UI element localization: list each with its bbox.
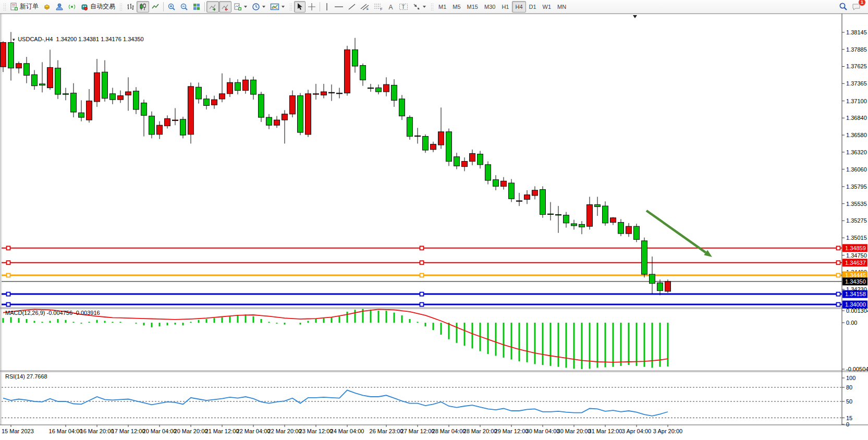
line-handle[interactable] (837, 273, 840, 277)
tab-timeframe-m30[interactable]: M30 (481, 1, 498, 13)
line-handle[interactable] (420, 292, 424, 296)
person-icon (55, 3, 64, 11)
candle (79, 113, 84, 117)
candle (540, 190, 546, 215)
tile-windows-button[interactable] (190, 1, 203, 13)
new-order-button[interactable]: 新订单 (8, 1, 41, 13)
line-handle[interactable] (7, 292, 10, 296)
candle (376, 88, 382, 92)
rsi-tick-label: 100 (846, 375, 855, 381)
horizontal-line-tool-button[interactable] (332, 1, 346, 13)
line-handle[interactable] (837, 292, 840, 296)
line-chart-mode-button[interactable] (149, 1, 162, 13)
rsi-line (3, 390, 668, 416)
tab-timeframe-mn[interactable]: MN (554, 1, 569, 13)
candle (204, 99, 210, 106)
toolbar-grip[interactable] (119, 3, 122, 11)
auto-trading-button[interactable]: 自动交易 (78, 1, 117, 13)
tab-timeframe-m1[interactable]: M1 (435, 1, 449, 13)
candle (657, 283, 663, 291)
tab-timeframe-d1[interactable]: D1 (526, 1, 540, 13)
arrows-tool-button[interactable] (410, 1, 429, 13)
candle (392, 85, 397, 100)
trendline-tool-button[interactable] (346, 1, 358, 13)
ohlc-bars-icon (126, 3, 135, 11)
toolbar-grip[interactable] (3, 3, 6, 11)
toolbar-grip[interactable] (431, 3, 433, 11)
bar-chart-mode-button[interactable] (124, 1, 137, 13)
tab-timeframe-w1[interactable]: W1 (540, 1, 555, 13)
time-axis[interactable]: 15 Mar 202316 Mar 04:0016 Mar 20:0017 Ma… (2, 425, 682, 434)
down-arrow-annotation[interactable] (646, 211, 712, 257)
macd-signal-line (3, 309, 668, 362)
svg-text:A: A (389, 3, 393, 10)
candlestick-mode-button[interactable] (137, 1, 149, 13)
periodicity-button[interactable] (250, 1, 268, 13)
chart-menu-arrow-icon[interactable]: ▼ (11, 38, 16, 42)
label-tool-button[interactable]: T (397, 1, 410, 13)
candle (16, 64, 22, 68)
chart-shift-button[interactable] (219, 1, 231, 13)
line-chart-icon (151, 3, 160, 11)
auto-scroll-button[interactable] (206, 1, 219, 13)
time-tick-label: 20 Mar 04:00 (143, 428, 177, 434)
line-handle[interactable] (420, 273, 424, 277)
text-tool-button[interactable]: A (385, 1, 397, 13)
search-button[interactable] (837, 1, 850, 13)
chart-window[interactable]: 1.381451.378851.376251.373651.371001.368… (0, 14, 868, 440)
crosshair-tool-button[interactable] (305, 1, 318, 13)
templates-button[interactable] (268, 1, 287, 13)
vertical-line-icon (324, 3, 330, 11)
main-toolbar: 新订单 自动交易 (0, 0, 868, 14)
price-axis[interactable]: 1.381451.378851.376251.373651.371001.368… (842, 14, 867, 425)
tab-timeframe-h4[interactable]: H4 (512, 1, 525, 13)
chart-shift-marker[interactable] (633, 15, 637, 18)
notifications-button[interactable]: 1 (850, 1, 863, 13)
metaeditor-button[interactable] (41, 1, 53, 13)
fibonacci-tool-button[interactable]: F (372, 1, 385, 13)
tab-timeframe-m15[interactable]: M15 (464, 1, 481, 13)
line-handle[interactable] (7, 246, 10, 250)
candle (642, 241, 647, 274)
time-tick-label: 22 Mar 20:00 (268, 428, 302, 434)
community-button[interactable] (53, 1, 66, 13)
signals-button[interactable] (66, 1, 78, 13)
tab-timeframe-h1[interactable]: H1 (498, 1, 512, 13)
candle (24, 64, 30, 76)
rsi-tick-label: 15 (846, 415, 852, 421)
candle (321, 92, 327, 95)
candle (431, 144, 436, 150)
line-handle[interactable] (837, 261, 840, 264)
zoom-in-button[interactable] (165, 1, 178, 13)
new-order-label: 新订单 (20, 2, 39, 11)
cursor-tool-button[interactable] (294, 1, 305, 13)
candle (165, 119, 170, 126)
line-handle[interactable] (420, 246, 424, 250)
line-handle[interactable] (837, 246, 840, 250)
line-handle[interactable] (420, 303, 424, 307)
candle (71, 93, 77, 113)
candle (626, 226, 632, 234)
chart-canvas[interactable]: 1.381451.378851.376251.373651.371001.368… (0, 14, 868, 440)
line-handle[interactable] (420, 261, 424, 264)
time-tick-label: 16 Mar 04:00 (49, 428, 83, 434)
toolbar-grip[interactable] (289, 3, 292, 11)
horizontal-line-objects[interactable] (2, 246, 842, 306)
line-handle[interactable] (837, 303, 840, 307)
cursor-arrow-icon (296, 3, 303, 10)
vertical-line-tool-button[interactable] (322, 1, 332, 13)
time-tick-label: 22 Mar 04:00 (237, 428, 271, 434)
tab-timeframe-m5[interactable]: M5 (449, 1, 463, 13)
trendline-icon (348, 3, 356, 11)
auto-scroll-icon (209, 3, 217, 11)
channel-tool-button[interactable]: E (358, 1, 372, 13)
candle (618, 223, 624, 234)
line-handle[interactable] (7, 273, 10, 277)
text-a-icon: A (387, 3, 395, 11)
line-handle[interactable] (7, 261, 10, 264)
line-handle[interactable] (7, 303, 10, 307)
new-chart-button[interactable] (231, 1, 250, 13)
zoom-out-button[interactable] (178, 1, 190, 13)
new-chart-icon (234, 3, 242, 11)
candle (345, 50, 350, 93)
